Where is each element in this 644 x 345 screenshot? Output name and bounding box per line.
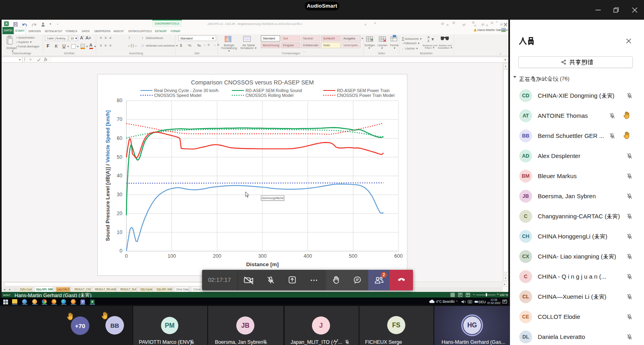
svg-text:400: 400 [303,253,312,259]
svg-text:Real Driving Cycle - Zone 30 k: Real Driving Cycle - Zone 30 km/h [154,88,219,93]
svg-text:Distance [m]: Distance [m] [246,261,279,267]
svg-text:0: 0 [120,248,122,254]
svg-text:300: 300 [258,253,267,259]
svg-text:20: 20 [117,211,122,216]
svg-text:500: 500 [349,253,357,259]
svg-text:CNOSSOS Speed Model: CNOSSOS Speed Model [154,93,201,98]
svg-text:40: 40 [117,173,122,179]
svg-text:200: 200 [213,253,221,259]
svg-text:RD-ASEP SEM Power Train: RD-ASEP SEM Power Train [337,88,390,93]
svg-text:CNOSSOS Power Train Model: CNOSSOS Power Train Model [337,93,394,98]
svg-text:Sound Pressure Level [dB(A)]: Sound Pressure Level [dB(A)] / Vehicle S… [105,110,111,241]
svg-text:Comparison CNOSSOS versus RD-A: Comparison CNOSSOS versus RD-ASEP SEM [191,79,314,86]
svg-text:80: 80 [117,98,122,103]
svg-text:0: 0 [125,253,128,259]
svg-text:30: 30 [117,192,122,197]
svg-text:50: 50 [117,154,122,160]
svg-text:600: 600 [394,253,403,259]
svg-text:100: 100 [167,253,176,259]
svg-text:60: 60 [117,136,122,141]
svg-text:10: 10 [117,230,122,235]
svg-text:RD-ASEP SEM Rolling Sound: RD-ASEP SEM Rolling Sound [246,88,302,93]
svg-text:CNOSSOS Rolling Model: CNOSSOS Rolling Model [246,93,293,98]
svg-text:70: 70 [117,117,122,122]
